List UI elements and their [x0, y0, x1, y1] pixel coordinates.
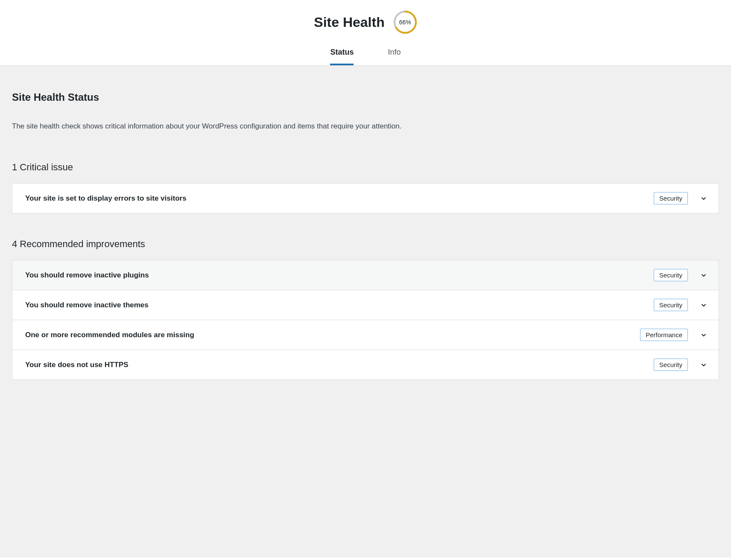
status-heading: Site Health Status [12, 91, 719, 103]
issue-title: Your site does not use HTTPS [25, 361, 129, 369]
recommended-heading: 4 Recommended improvements [12, 239, 719, 250]
issue-meta: Security [654, 359, 708, 371]
tab-info[interactable]: Info [388, 43, 401, 65]
page-title: Site Health [314, 15, 384, 30]
category-badge: Security [654, 269, 688, 281]
progress-percentage-label: 66% [393, 10, 417, 34]
issue-title: You should remove inactive plugins [25, 271, 149, 280]
issue-title: One or more recommended modules are miss… [25, 331, 194, 339]
tab-status[interactable]: Status [330, 43, 354, 65]
status-description: The site health check shows critical inf… [12, 120, 719, 132]
chevron-down-icon [699, 271, 708, 280]
issue-title: Your site is set to display errors to si… [25, 194, 187, 203]
issue-meta: Security [654, 192, 708, 204]
critical-heading: 1 Critical issue [12, 162, 719, 173]
header: Site Health 66% Status Info [0, 0, 731, 66]
health-progress-indicator: 66% [393, 10, 417, 34]
issue-row[interactable]: Your site does not use HTTPSSecurity [12, 350, 719, 380]
issue-row[interactable]: You should remove inactive pluginsSecuri… [12, 260, 719, 290]
chevron-down-icon [699, 194, 708, 203]
issue-row[interactable]: One or more recommended modules are miss… [12, 320, 719, 350]
category-badge: Security [654, 359, 688, 371]
chevron-down-icon [699, 330, 708, 340]
tabs: Status Info [0, 43, 731, 66]
category-badge: Security [654, 299, 688, 311]
issue-row[interactable]: You should remove inactive themesSecurit… [12, 290, 719, 320]
issue-meta: Security [654, 269, 708, 281]
chevron-down-icon [699, 360, 708, 370]
recommended-issue-list: You should remove inactive pluginsSecuri… [12, 260, 719, 380]
body: Site Health Status The site health check… [0, 66, 731, 557]
chevron-down-icon [699, 300, 708, 310]
issue-title: You should remove inactive themes [25, 301, 149, 309]
category-badge: Security [654, 192, 688, 204]
category-badge: Performance [640, 329, 688, 341]
issue-row[interactable]: Your site is set to display errors to si… [12, 183, 719, 213]
critical-issue-list: Your site is set to display errors to si… [12, 183, 719, 213]
title-row: Site Health 66% [0, 10, 731, 43]
issue-meta: Security [654, 299, 708, 311]
issue-meta: Performance [640, 329, 708, 341]
